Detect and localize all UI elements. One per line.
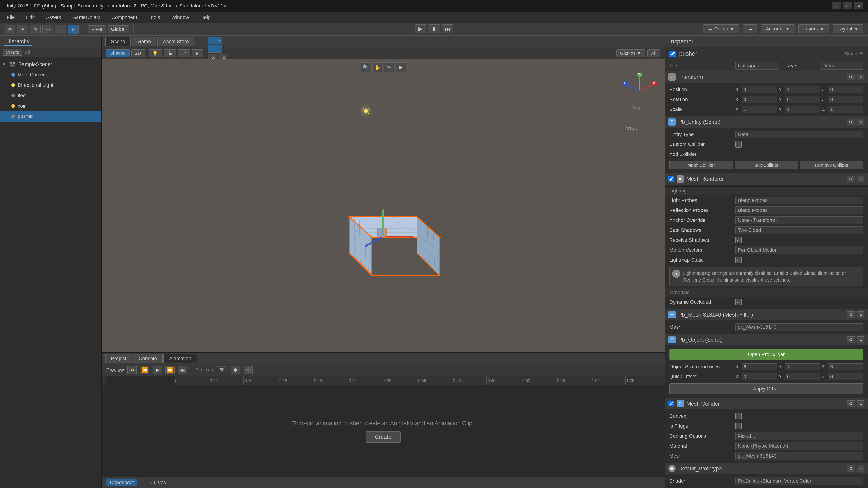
menu-tools[interactable]: Tools: [146, 13, 162, 21]
viewport-hand-btn[interactable]: ✋: [372, 62, 382, 72]
hierarchy-content[interactable]: ▼ 🎬 SampleScene* Main Camera Directional…: [0, 57, 101, 488]
mesh-collider-overflow-btn[interactable]: ≡: [857, 400, 864, 407]
pb-entity-overflow-btn[interactable]: ≡: [857, 119, 864, 125]
minimize-button[interactable]: –: [832, 2, 841, 9]
arrows-btn[interactable]: →→: [208, 37, 222, 44]
animation-toggle-btn[interactable]: ▶: [192, 50, 203, 57]
pb-entity-header[interactable]: P Pb_Entity (Script) ⚙ ≡: [665, 116, 868, 128]
pos-x-value[interactable]: 0: [742, 86, 777, 93]
layer-value[interactable]: Default: [820, 62, 864, 70]
hierarchy-item-scene[interactable]: ▼ 🎬 SampleScene*: [0, 59, 101, 70]
anim-prev-btn[interactable]: ⏪: [140, 366, 149, 374]
receive-shadows-checkbox[interactable]: [735, 237, 742, 243]
pivot-button[interactable]: Pivot: [88, 25, 106, 33]
samples-value[interactable]: 60: [217, 366, 227, 373]
anim-end-btn[interactable]: ⏭: [178, 366, 187, 374]
inspector-content[interactable]: pusher Static ▼ Tag Untagged Layer Defau…: [665, 47, 868, 488]
shaded-button[interactable]: Shaded: [106, 50, 129, 57]
sky-toggle-btn[interactable]: 🌤: [164, 50, 176, 57]
maximize-button[interactable]: □: [843, 2, 852, 9]
pb-object-header[interactable]: P Pb_Object (Script) ⚙ ≡: [665, 334, 868, 346]
is-trigger-checkbox[interactable]: [735, 423, 742, 429]
viewport-play-btn[interactable]: ▶: [396, 62, 406, 72]
tool-rotate[interactable]: ↺: [30, 25, 41, 34]
tool-hand[interactable]: ✥: [4, 25, 16, 34]
box-collider-btn[interactable]: Box Collider: [735, 161, 798, 169]
pb-entity-settings-btn[interactable]: ⚙: [846, 119, 855, 125]
mesh-renderer-enable-checkbox[interactable]: [669, 176, 674, 182]
step-button[interactable]: ⏭: [442, 24, 454, 33]
offset-x-value[interactable]: 0: [742, 373, 777, 380]
transform-overflow-btn[interactable]: ≡: [857, 74, 864, 80]
hierarchy-item-coin[interactable]: coin: [0, 101, 101, 111]
transform-settings-btn[interactable]: ⚙: [846, 74, 855, 80]
default-prototype-header[interactable]: ◉ Default_Prototype ⚙ ≡: [665, 463, 868, 474]
pb-object-overflow-btn[interactable]: ≡: [857, 336, 864, 343]
menu-file[interactable]: File: [4, 13, 17, 21]
tag-value[interactable]: Untagged: [735, 62, 779, 70]
dynamic-occluded-checkbox[interactable]: [735, 299, 742, 305]
global-button[interactable]: Global: [107, 25, 129, 33]
pb-object-settings-btn[interactable]: ⚙: [846, 336, 855, 343]
anim-add-btn[interactable]: ➕: [244, 366, 253, 374]
apply-offset-btn[interactable]: Apply Offset: [669, 383, 864, 394]
collab-button[interactable]: ☁ Collab ▼: [703, 24, 739, 33]
collider-material-value[interactable]: None (Physic Material): [735, 442, 864, 450]
anim-next-btn[interactable]: ⏩: [165, 366, 175, 374]
pos-z-value[interactable]: 0: [828, 86, 864, 93]
layers-button[interactable]: Layers ▼: [798, 24, 829, 33]
pause-button[interactable]: ⏸: [428, 24, 440, 33]
mesh-filter-header[interactable]: M Pb_Mesh-318140 (Mesh Filter) ⚙ ≡: [665, 309, 868, 320]
rot-x-value[interactable]: 0: [742, 96, 777, 103]
entity-type-value[interactable]: Detail: [735, 131, 864, 138]
menu-help[interactable]: Help: [198, 13, 213, 21]
eye-btn[interactable]: I: [208, 45, 222, 53]
account-button[interactable]: Account ▼: [761, 24, 795, 33]
object-active-checkbox[interactable]: [669, 51, 676, 57]
custom-collider-checkbox[interactable]: [735, 141, 742, 148]
mesh-filter-settings-btn[interactable]: ⚙: [846, 311, 855, 318]
menu-window[interactable]: Window: [169, 13, 191, 21]
mesh-filter-mesh-value[interactable]: pb_Mesh-318140: [735, 323, 864, 331]
menu-assets[interactable]: Assets: [43, 13, 63, 21]
collider-mesh-value[interactable]: pb_Mesh-318140: [735, 452, 864, 460]
mesh-collider-enable-checkbox[interactable]: [669, 401, 674, 406]
tool-move[interactable]: ✦: [17, 25, 28, 34]
remove-collider-btn[interactable]: Remove Collider: [800, 161, 864, 169]
project-tab[interactable]: Project: [105, 354, 132, 363]
scale-x-value[interactable]: 1: [742, 106, 777, 113]
tool-rect[interactable]: ⬚: [55, 25, 66, 34]
ion-btn[interactable]: ION: [208, 36, 222, 36]
viewport-search-btn[interactable]: 🔍: [361, 62, 370, 72]
gizmos-button[interactable]: Gizmos ▼: [616, 50, 645, 57]
curves-button[interactable]: Curves: [147, 479, 169, 486]
hierarchy-item-floor[interactable]: floor: [0, 90, 101, 101]
asset-store-tab[interactable]: Asset Store: [157, 37, 194, 46]
static-label[interactable]: Static ▼: [845, 51, 864, 57]
mesh-collider-settings-btn[interactable]: ⚙: [846, 400, 855, 407]
tool-custom[interactable]: ⚙: [68, 25, 79, 34]
rot-y-value[interactable]: 0: [785, 96, 820, 103]
dopesheet-button[interactable]: Dopesheet: [106, 479, 137, 486]
menu-gameobject[interactable]: GameObject: [70, 13, 102, 21]
mesh-filter-overflow-btn[interactable]: ≡: [857, 311, 864, 318]
scale-z-value[interactable]: 1: [828, 106, 864, 113]
anim-play-btn[interactable]: ▶: [153, 366, 162, 374]
convex-checkbox[interactable]: [735, 413, 742, 419]
all-gizmos-btn[interactable]: All: [647, 50, 660, 57]
default-prototype-settings-btn[interactable]: ⚙: [846, 465, 855, 472]
rot-z-value[interactable]: 0: [828, 96, 864, 103]
menu-edit[interactable]: Edit: [24, 13, 37, 21]
light-probes-value[interactable]: Blend Probes: [735, 197, 864, 204]
lightmap-static-checkbox[interactable]: [735, 257, 742, 263]
hierarchy-item-main-camera[interactable]: Main Camera: [0, 70, 101, 80]
offset-z-value[interactable]: 0: [828, 373, 864, 380]
hierarchy-item-directional-light[interactable]: Directional Light: [0, 80, 101, 90]
tool-scale[interactable]: ⇔: [42, 25, 53, 34]
reflection-probes-value[interactable]: Blend Probes: [735, 206, 864, 214]
anim-record-btn[interactable]: ⏺: [231, 366, 240, 374]
cloud-button[interactable]: ☁: [743, 24, 757, 33]
cast-shadows-value[interactable]: Two Sided: [735, 226, 864, 234]
close-button[interactable]: ✕: [855, 2, 864, 9]
mesh-renderer-overflow-btn[interactable]: ≡: [857, 175, 864, 182]
